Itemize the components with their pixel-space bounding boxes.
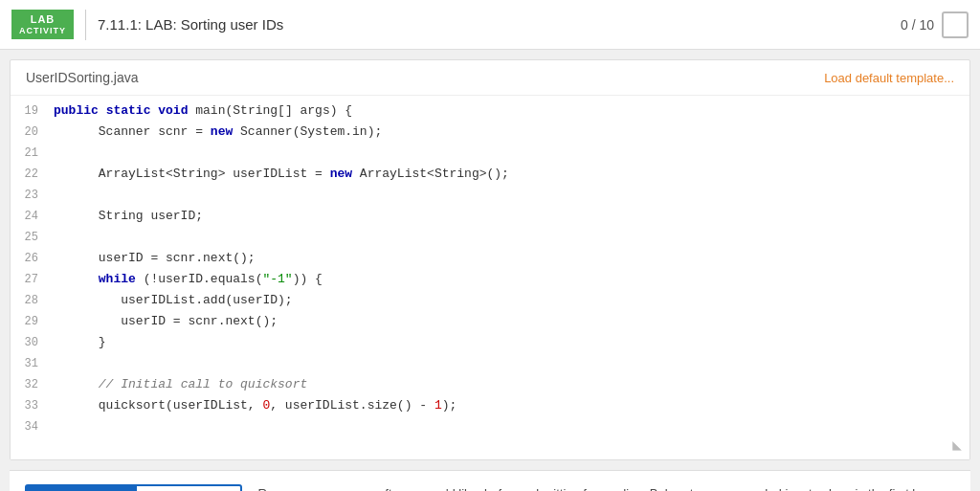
code-line-33: 33 quicksort(userIDList, 0, userIDList.s… <box>11 396 969 417</box>
activity-label: ACTIVITY <box>19 26 66 36</box>
code-line-24: 24 String userID; <box>11 207 969 228</box>
page-header: LAB ACTIVITY 7.11.1: LAB: Sorting user I… <box>0 0 980 50</box>
code-line-22: 22 ArrayList<String> userIDList = new Ar… <box>11 165 969 186</box>
submit-mode-button[interactable]: Submit mode <box>135 484 243 491</box>
code-line-30: 30 } <box>11 333 969 354</box>
mode-buttons: Develop mode Submit mode <box>25 484 242 491</box>
lab-label: LAB <box>19 13 66 26</box>
bottom-panel: Develop mode Submit mode Run your progra… <box>10 470 970 491</box>
score-badge <box>942 11 969 38</box>
page-title: 7.11.1: LAB: Sorting user IDs <box>98 16 901 33</box>
lab-badge: LAB ACTIVITY <box>11 10 74 40</box>
code-line-34: 34 <box>11 417 969 438</box>
code-line-23: 23 <box>11 186 969 207</box>
code-line-21: 21 <box>11 144 969 165</box>
code-line-25: 25 <box>11 228 969 249</box>
code-line-32: 32 // Initial call to quicksort <box>11 375 969 396</box>
filename-label: UserIDSorting.java <box>26 70 139 85</box>
code-line-29: 29 userID = scnr.next(); <box>11 312 969 333</box>
main-content: UserIDSorting.java Load default template… <box>10 59 970 460</box>
score-text: 0 / 10 <box>901 17 934 33</box>
header-divider <box>85 10 86 40</box>
code-line-27: 27 while (!userID.equals("-1")) { <box>11 270 969 291</box>
code-line-19: 19 public static void main(String[] args… <box>11 101 969 123</box>
editor-header: UserIDSorting.java Load default template… <box>11 60 969 96</box>
code-line-26: 26 userID = scnr.next(); <box>11 249 969 270</box>
instructions-text: Run your program as often as you'd like,… <box>257 484 955 491</box>
develop-mode-button[interactable]: Develop mode <box>25 484 136 491</box>
code-editor[interactable]: 19 public static void main(String[] args… <box>11 96 969 459</box>
score-area: 0 / 10 <box>901 11 969 38</box>
scroll-indicator: ◣ <box>11 438 969 454</box>
code-line-31: 31 <box>11 354 969 375</box>
code-line-28: 28 userIDList.add(userID); <box>11 291 969 312</box>
load-template-button[interactable]: Load default template... <box>824 71 954 85</box>
code-line-20: 20 Scanner scnr = new Scanner(System.in)… <box>11 123 969 144</box>
